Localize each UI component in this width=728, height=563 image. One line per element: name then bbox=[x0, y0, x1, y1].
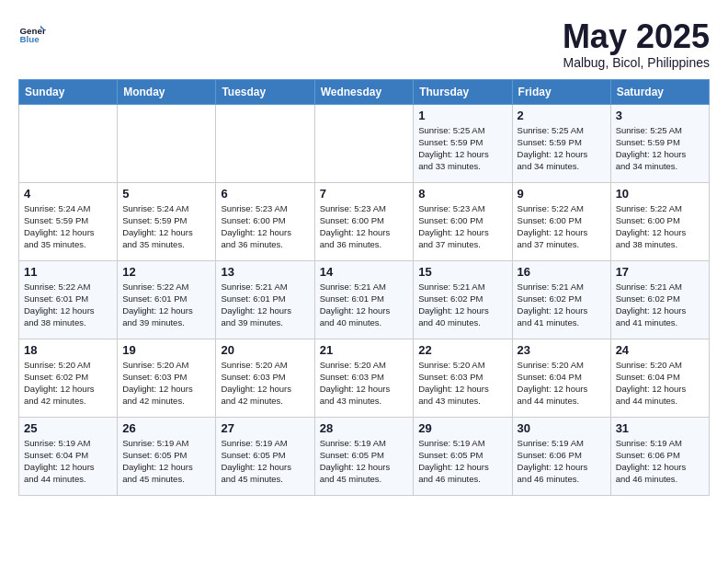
day-info: Sunrise: 5:19 AM Sunset: 6:06 PM Dayligh… bbox=[518, 437, 606, 486]
day-of-week-header: Friday bbox=[512, 79, 610, 104]
day-number: 14 bbox=[320, 265, 409, 279]
calendar-cell: 5Sunrise: 5:24 AM Sunset: 5:59 PM Daylig… bbox=[118, 182, 216, 260]
day-of-week-header: Sunday bbox=[19, 79, 118, 104]
day-info: Sunrise: 5:24 AM Sunset: 5:59 PM Dayligh… bbox=[24, 202, 112, 251]
day-info: Sunrise: 5:21 AM Sunset: 6:02 PM Dayligh… bbox=[518, 281, 606, 329]
day-number: 24 bbox=[616, 343, 704, 357]
calendar-cell: 28Sunrise: 5:19 AM Sunset: 6:05 PM Dayli… bbox=[314, 417, 414, 495]
calendar-cell: 23Sunrise: 5:20 AM Sunset: 6:04 PM Dayli… bbox=[512, 339, 610, 417]
day-number: 27 bbox=[221, 421, 309, 435]
day-info: Sunrise: 5:20 AM Sunset: 6:04 PM Dayligh… bbox=[616, 359, 704, 408]
location-subtitle: Malbug, Bicol, Philippines bbox=[563, 55, 710, 70]
calendar-cell: 19Sunrise: 5:20 AM Sunset: 6:03 PM Dayli… bbox=[118, 339, 216, 417]
day-info: Sunrise: 5:21 AM Sunset: 6:02 PM Dayligh… bbox=[616, 281, 704, 329]
day-info: Sunrise: 5:19 AM Sunset: 6:06 PM Dayligh… bbox=[616, 437, 704, 486]
calendar-cell: 26Sunrise: 5:19 AM Sunset: 6:05 PM Dayli… bbox=[118, 417, 216, 495]
day-number: 10 bbox=[616, 187, 704, 201]
day-info: Sunrise: 5:19 AM Sunset: 6:04 PM Dayligh… bbox=[24, 437, 112, 486]
day-info: Sunrise: 5:19 AM Sunset: 6:05 PM Dayligh… bbox=[221, 437, 309, 486]
day-info: Sunrise: 5:25 AM Sunset: 5:59 PM Dayligh… bbox=[518, 124, 606, 173]
page-header: General Blue May 2025 Malbug, Bicol, Phi… bbox=[18, 18, 710, 70]
calendar-cell: 14Sunrise: 5:21 AM Sunset: 6:01 PM Dayli… bbox=[314, 260, 414, 339]
calendar-cell: 2Sunrise: 5:25 AM Sunset: 5:59 PM Daylig… bbox=[512, 104, 610, 182]
month-title: May 2025 bbox=[563, 18, 710, 55]
day-info: Sunrise: 5:21 AM Sunset: 6:02 PM Dayligh… bbox=[418, 281, 506, 329]
calendar-cell: 8Sunrise: 5:23 AM Sunset: 6:00 PM Daylig… bbox=[414, 182, 512, 260]
calendar-cell: 22Sunrise: 5:20 AM Sunset: 6:03 PM Dayli… bbox=[414, 339, 512, 417]
day-info: Sunrise: 5:22 AM Sunset: 6:00 PM Dayligh… bbox=[616, 202, 704, 251]
day-of-week-header: Thursday bbox=[414, 79, 512, 104]
calendar-cell: 18Sunrise: 5:20 AM Sunset: 6:02 PM Dayli… bbox=[19, 339, 118, 417]
day-number: 28 bbox=[320, 421, 409, 435]
calendar-cell: 1Sunrise: 5:25 AM Sunset: 5:59 PM Daylig… bbox=[414, 104, 512, 182]
calendar-table: SundayMondayTuesdayWednesdayThursdayFrid… bbox=[18, 79, 710, 496]
day-number: 8 bbox=[418, 187, 506, 201]
day-of-week-header: Tuesday bbox=[216, 79, 314, 104]
day-number: 20 bbox=[221, 343, 309, 357]
calendar-cell: 4Sunrise: 5:24 AM Sunset: 5:59 PM Daylig… bbox=[19, 182, 118, 260]
day-number: 18 bbox=[24, 343, 112, 357]
calendar-cell: 9Sunrise: 5:22 AM Sunset: 6:00 PM Daylig… bbox=[512, 182, 610, 260]
day-number: 17 bbox=[616, 265, 704, 279]
day-number: 12 bbox=[122, 265, 210, 279]
day-info: Sunrise: 5:21 AM Sunset: 6:01 PM Dayligh… bbox=[320, 281, 409, 329]
calendar-cell: 29Sunrise: 5:19 AM Sunset: 6:05 PM Dayli… bbox=[414, 417, 512, 495]
calendar-cell: 16Sunrise: 5:21 AM Sunset: 6:02 PM Dayli… bbox=[512, 260, 610, 339]
calendar-body: 1Sunrise: 5:25 AM Sunset: 5:59 PM Daylig… bbox=[19, 104, 710, 495]
day-number: 30 bbox=[518, 421, 606, 435]
day-info: Sunrise: 5:20 AM Sunset: 6:03 PM Dayligh… bbox=[320, 359, 409, 408]
calendar-cell: 27Sunrise: 5:19 AM Sunset: 6:05 PM Dayli… bbox=[216, 417, 314, 495]
day-number: 6 bbox=[221, 187, 309, 201]
day-number: 9 bbox=[518, 187, 606, 201]
day-number: 22 bbox=[418, 343, 506, 357]
day-info: Sunrise: 5:20 AM Sunset: 6:03 PM Dayligh… bbox=[122, 359, 210, 408]
calendar-cell bbox=[118, 104, 216, 182]
day-number: 23 bbox=[518, 343, 606, 357]
day-number: 16 bbox=[518, 265, 606, 279]
logo-icon: General Blue bbox=[18, 18, 46, 46]
day-info: Sunrise: 5:22 AM Sunset: 6:00 PM Dayligh… bbox=[518, 202, 606, 251]
day-number: 13 bbox=[221, 265, 309, 279]
day-info: Sunrise: 5:19 AM Sunset: 6:05 PM Dayligh… bbox=[418, 437, 506, 486]
day-number: 19 bbox=[122, 343, 210, 357]
calendar-cell: 24Sunrise: 5:20 AM Sunset: 6:04 PM Dayli… bbox=[610, 339, 709, 417]
day-info: Sunrise: 5:23 AM Sunset: 6:00 PM Dayligh… bbox=[221, 202, 309, 251]
day-number: 7 bbox=[320, 187, 409, 201]
day-info: Sunrise: 5:20 AM Sunset: 6:03 PM Dayligh… bbox=[221, 359, 309, 408]
day-number: 25 bbox=[24, 421, 112, 435]
calendar-cell: 20Sunrise: 5:20 AM Sunset: 6:03 PM Dayli… bbox=[216, 339, 314, 417]
day-number: 5 bbox=[122, 187, 210, 201]
calendar-week-row: 18Sunrise: 5:20 AM Sunset: 6:02 PM Dayli… bbox=[19, 339, 710, 417]
calendar-cell: 30Sunrise: 5:19 AM Sunset: 6:06 PM Dayli… bbox=[512, 417, 610, 495]
calendar-cell: 10Sunrise: 5:22 AM Sunset: 6:00 PM Dayli… bbox=[610, 182, 709, 260]
day-number: 1 bbox=[418, 109, 506, 122]
day-of-week-header: Monday bbox=[118, 79, 216, 104]
calendar-cell bbox=[216, 104, 314, 182]
calendar-week-row: 11Sunrise: 5:22 AM Sunset: 6:01 PM Dayli… bbox=[19, 260, 710, 339]
calendar-cell bbox=[19, 104, 118, 182]
day-info: Sunrise: 5:20 AM Sunset: 6:03 PM Dayligh… bbox=[418, 359, 506, 408]
day-info: Sunrise: 5:21 AM Sunset: 6:01 PM Dayligh… bbox=[221, 281, 309, 329]
day-of-week-header: Wednesday bbox=[314, 79, 414, 104]
day-number: 3 bbox=[616, 109, 704, 122]
title-block: May 2025 Malbug, Bicol, Philippines bbox=[563, 18, 710, 70]
calendar-cell bbox=[314, 104, 414, 182]
calendar-cell: 11Sunrise: 5:22 AM Sunset: 6:01 PM Dayli… bbox=[19, 260, 118, 339]
calendar-week-row: 4Sunrise: 5:24 AM Sunset: 5:59 PM Daylig… bbox=[19, 182, 710, 260]
svg-text:Blue: Blue bbox=[20, 34, 40, 44]
day-info: Sunrise: 5:25 AM Sunset: 5:59 PM Dayligh… bbox=[418, 124, 506, 173]
day-number: 29 bbox=[418, 421, 506, 435]
day-info: Sunrise: 5:20 AM Sunset: 6:02 PM Dayligh… bbox=[24, 359, 112, 408]
day-of-week-header: Saturday bbox=[610, 79, 709, 104]
calendar-cell: 13Sunrise: 5:21 AM Sunset: 6:01 PM Dayli… bbox=[216, 260, 314, 339]
day-number: 26 bbox=[122, 421, 210, 435]
calendar-header-row: SundayMondayTuesdayWednesdayThursdayFrid… bbox=[19, 79, 710, 104]
day-number: 31 bbox=[616, 421, 704, 435]
logo: General Blue bbox=[18, 18, 50, 46]
day-info: Sunrise: 5:19 AM Sunset: 6:05 PM Dayligh… bbox=[320, 437, 409, 486]
calendar-cell: 21Sunrise: 5:20 AM Sunset: 6:03 PM Dayli… bbox=[314, 339, 414, 417]
day-info: Sunrise: 5:22 AM Sunset: 6:01 PM Dayligh… bbox=[122, 281, 210, 329]
day-info: Sunrise: 5:23 AM Sunset: 6:00 PM Dayligh… bbox=[320, 202, 409, 251]
day-info: Sunrise: 5:20 AM Sunset: 6:04 PM Dayligh… bbox=[518, 359, 606, 408]
day-number: 11 bbox=[24, 265, 112, 279]
